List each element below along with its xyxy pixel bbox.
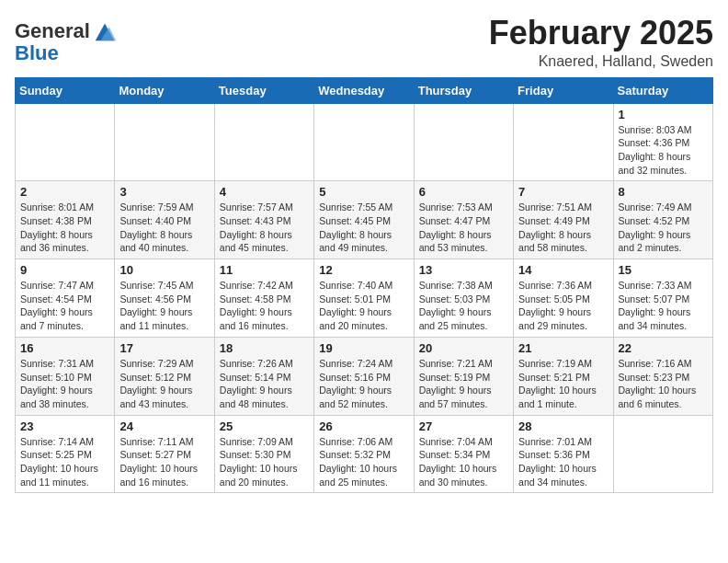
day-number: 24 xyxy=(119,419,209,433)
day-number: 5 xyxy=(319,185,408,199)
day-number: 23 xyxy=(20,419,109,433)
day-number: 6 xyxy=(419,185,508,199)
day-info: Sunrise: 7:53 AM Sunset: 4:47 PM Dayligh… xyxy=(419,201,508,255)
day-number: 9 xyxy=(20,263,109,277)
calendar-cell: 1Sunrise: 8:03 AM Sunset: 4:36 PM Daylig… xyxy=(613,103,712,181)
day-info: Sunrise: 7:38 AM Sunset: 5:03 PM Dayligh… xyxy=(419,279,508,333)
day-info: Sunrise: 7:09 AM Sunset: 5:30 PM Dayligh… xyxy=(220,435,309,489)
calendar-cell: 10Sunrise: 7:45 AM Sunset: 4:56 PM Dayli… xyxy=(115,259,214,338)
calendar-cell: 21Sunrise: 7:19 AM Sunset: 5:21 PM Dayli… xyxy=(514,337,613,415)
calendar-cell: 15Sunrise: 7:33 AM Sunset: 5:07 PM Dayli… xyxy=(613,259,712,338)
calendar-week-4: 16Sunrise: 7:31 AM Sunset: 5:10 PM Dayli… xyxy=(16,337,713,415)
calendar-cell: 17Sunrise: 7:29 AM Sunset: 5:12 PM Dayli… xyxy=(115,337,214,415)
day-info: Sunrise: 7:33 AM Sunset: 5:07 PM Dayligh… xyxy=(619,279,708,333)
day-info: Sunrise: 7:55 AM Sunset: 4:45 PM Dayligh… xyxy=(319,201,408,255)
day-info: Sunrise: 7:51 AM Sunset: 4:49 PM Dayligh… xyxy=(518,201,608,255)
calendar-cell: 19Sunrise: 7:24 AM Sunset: 5:16 PM Dayli… xyxy=(314,337,414,415)
day-info: Sunrise: 7:40 AM Sunset: 5:01 PM Dayligh… xyxy=(319,279,408,333)
day-info: Sunrise: 7:06 AM Sunset: 5:32 PM Dayligh… xyxy=(319,435,408,489)
day-info: Sunrise: 7:42 AM Sunset: 4:58 PM Dayligh… xyxy=(220,279,309,333)
calendar-cell: 22Sunrise: 7:16 AM Sunset: 5:23 PM Dayli… xyxy=(613,337,712,415)
title-block: February 2025 Knaered, Halland, Sweden xyxy=(489,15,713,70)
day-info: Sunrise: 7:21 AM Sunset: 5:19 PM Dayligh… xyxy=(419,357,508,411)
day-number: 17 xyxy=(119,341,209,355)
day-number: 4 xyxy=(220,185,309,199)
calendar-header-monday: Monday xyxy=(115,77,214,103)
day-number: 8 xyxy=(619,185,708,199)
day-info: Sunrise: 7:01 AM Sunset: 5:36 PM Dayligh… xyxy=(518,435,608,489)
calendar-cell: 25Sunrise: 7:09 AM Sunset: 5:30 PM Dayli… xyxy=(214,415,313,493)
calendar-cell: 14Sunrise: 7:36 AM Sunset: 5:05 PM Dayli… xyxy=(514,259,613,338)
day-number: 28 xyxy=(518,419,608,433)
calendar-week-5: 23Sunrise: 7:14 AM Sunset: 5:25 PM Dayli… xyxy=(16,415,713,493)
calendar-header-friday: Friday xyxy=(514,77,613,103)
calendar-cell: 7Sunrise: 7:51 AM Sunset: 4:49 PM Daylig… xyxy=(514,181,613,259)
calendar-cell xyxy=(16,103,115,181)
logo-blue-text: Blue xyxy=(15,42,59,64)
day-info: Sunrise: 8:03 AM Sunset: 4:36 PM Dayligh… xyxy=(619,123,708,178)
day-number: 12 xyxy=(319,263,408,277)
day-info: Sunrise: 7:31 AM Sunset: 5:10 PM Dayligh… xyxy=(20,357,109,411)
day-number: 19 xyxy=(319,341,408,355)
header: General Blue February 2025 Knaered, Hall… xyxy=(15,15,713,70)
calendar-cell xyxy=(613,415,712,493)
calendar-week-2: 2Sunrise: 8:01 AM Sunset: 4:38 PM Daylig… xyxy=(16,181,713,259)
day-info: Sunrise: 7:45 AM Sunset: 4:56 PM Dayligh… xyxy=(119,279,209,333)
calendar-cell: 28Sunrise: 7:01 AM Sunset: 5:36 PM Dayli… xyxy=(514,415,613,493)
day-number: 2 xyxy=(20,185,109,199)
day-number: 11 xyxy=(220,263,309,277)
calendar-cell: 3Sunrise: 7:59 AM Sunset: 4:40 PM Daylig… xyxy=(115,181,214,259)
day-info: Sunrise: 7:26 AM Sunset: 5:14 PM Dayligh… xyxy=(220,357,309,411)
day-number: 27 xyxy=(419,419,508,433)
day-info: Sunrise: 7:24 AM Sunset: 5:16 PM Dayligh… xyxy=(319,357,408,411)
day-number: 18 xyxy=(220,341,309,355)
day-number: 16 xyxy=(20,341,109,355)
calendar-header-thursday: Thursday xyxy=(414,77,513,103)
calendar-cell: 16Sunrise: 7:31 AM Sunset: 5:10 PM Dayli… xyxy=(16,337,115,415)
day-number: 25 xyxy=(220,419,309,433)
calendar-cell: 27Sunrise: 7:04 AM Sunset: 5:34 PM Dayli… xyxy=(414,415,513,493)
day-info: Sunrise: 7:16 AM Sunset: 5:23 PM Dayligh… xyxy=(619,357,708,411)
calendar-cell xyxy=(314,103,414,181)
day-number: 13 xyxy=(419,263,508,277)
calendar-week-1: 1Sunrise: 8:03 AM Sunset: 4:36 PM Daylig… xyxy=(16,103,713,181)
calendar-cell: 4Sunrise: 7:57 AM Sunset: 4:43 PM Daylig… xyxy=(214,181,313,259)
calendar-cell xyxy=(115,103,214,181)
calendar-cell: 8Sunrise: 7:49 AM Sunset: 4:52 PM Daylig… xyxy=(613,181,712,259)
day-number: 15 xyxy=(619,263,708,277)
day-info: Sunrise: 7:11 AM Sunset: 5:27 PM Dayligh… xyxy=(119,435,209,489)
calendar-week-3: 9Sunrise: 7:47 AM Sunset: 4:54 PM Daylig… xyxy=(16,259,713,338)
calendar-cell xyxy=(514,103,613,181)
logo: General Blue xyxy=(15,18,118,64)
calendar: SundayMondayTuesdayWednesdayThursdayFrid… xyxy=(15,77,713,494)
calendar-cell xyxy=(214,103,313,181)
calendar-header-saturday: Saturday xyxy=(613,77,712,103)
calendar-cell: 13Sunrise: 7:38 AM Sunset: 5:03 PM Dayli… xyxy=(414,259,513,338)
day-info: Sunrise: 7:29 AM Sunset: 5:12 PM Dayligh… xyxy=(119,357,209,411)
day-number: 21 xyxy=(518,341,608,355)
day-info: Sunrise: 7:57 AM Sunset: 4:43 PM Dayligh… xyxy=(220,201,309,255)
day-info: Sunrise: 8:01 AM Sunset: 4:38 PM Dayligh… xyxy=(20,201,109,255)
calendar-header-wednesday: Wednesday xyxy=(314,77,414,103)
logo-text: General xyxy=(15,20,90,42)
calendar-cell: 23Sunrise: 7:14 AM Sunset: 5:25 PM Dayli… xyxy=(16,415,115,493)
day-number: 26 xyxy=(319,419,408,433)
calendar-header-sunday: Sunday xyxy=(16,77,115,103)
calendar-cell: 18Sunrise: 7:26 AM Sunset: 5:14 PM Dayli… xyxy=(214,337,313,415)
day-number: 20 xyxy=(419,341,508,355)
day-info: Sunrise: 7:59 AM Sunset: 4:40 PM Dayligh… xyxy=(119,201,209,255)
day-info: Sunrise: 7:19 AM Sunset: 5:21 PM Dayligh… xyxy=(518,357,608,411)
calendar-cell: 6Sunrise: 7:53 AM Sunset: 4:47 PM Daylig… xyxy=(414,181,513,259)
day-number: 14 xyxy=(518,263,608,277)
day-info: Sunrise: 7:36 AM Sunset: 5:05 PM Dayligh… xyxy=(518,279,608,333)
logo-icon xyxy=(92,18,118,44)
calendar-cell xyxy=(414,103,513,181)
day-info: Sunrise: 7:47 AM Sunset: 4:54 PM Dayligh… xyxy=(20,279,109,333)
calendar-header-tuesday: Tuesday xyxy=(214,77,313,103)
calendar-cell: 11Sunrise: 7:42 AM Sunset: 4:58 PM Dayli… xyxy=(214,259,313,338)
calendar-cell: 5Sunrise: 7:55 AM Sunset: 4:45 PM Daylig… xyxy=(314,181,414,259)
day-number: 10 xyxy=(119,263,209,277)
calendar-cell: 20Sunrise: 7:21 AM Sunset: 5:19 PM Dayli… xyxy=(414,337,513,415)
day-number: 1 xyxy=(619,108,708,121)
day-number: 22 xyxy=(619,341,708,355)
